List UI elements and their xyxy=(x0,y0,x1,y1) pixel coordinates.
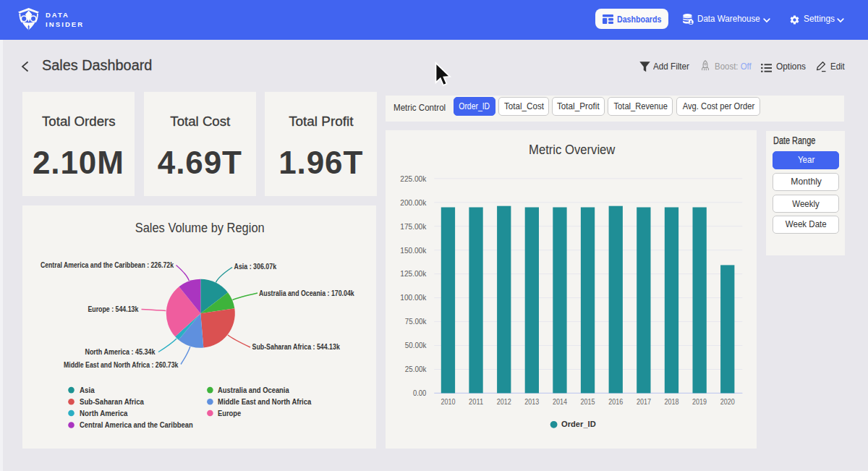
svg-text:Central America and the Caribb: Central America and the Caribbean xyxy=(80,420,193,429)
svg-text:Asia: Asia xyxy=(80,386,95,394)
svg-text:2018: 2018 xyxy=(665,397,679,406)
svg-text:Europe: Europe xyxy=(218,409,241,417)
svg-text:2020: 2020 xyxy=(720,397,735,406)
svg-text:2010: 2010 xyxy=(441,397,456,406)
svg-text:Australia and Oceania : 170.04: Australia and Oceania : 170.04k xyxy=(259,288,354,297)
svg-text:150.00k: 150.00k xyxy=(400,247,427,255)
svg-text:Australia and Oceania: Australia and Oceania xyxy=(218,386,289,394)
svg-text:2017: 2017 xyxy=(637,397,651,406)
svg-text:Sales Volume by Region: Sales Volume by Region xyxy=(135,221,265,235)
svg-text:2015: 2015 xyxy=(581,397,595,406)
svg-text:200.00k: 200.00k xyxy=(400,199,427,207)
svg-text:125.00k: 125.00k xyxy=(400,270,427,278)
svg-text:North America : 45.34k: North America : 45.34k xyxy=(85,347,156,356)
svg-text:Middle East and North Africa: Middle East and North Africa xyxy=(218,397,312,406)
svg-text:Sub-Saharan Africa: Sub-Saharan Africa xyxy=(80,397,145,406)
svg-text:50.00k: 50.00k xyxy=(405,341,427,349)
svg-text:Central America and the Caribb: Central America and the Caribbean : 226.… xyxy=(41,260,174,269)
svg-text:25.00k: 25.00k xyxy=(405,365,427,373)
svg-text:2011: 2011 xyxy=(469,397,483,406)
svg-text:2019: 2019 xyxy=(692,397,707,406)
svg-text:2012: 2012 xyxy=(497,397,511,406)
svg-text:225.00k: 225.00k xyxy=(400,175,427,183)
svg-text:Metric Overview: Metric Overview xyxy=(529,143,616,157)
svg-text:Sub-Saharan Africa : 544.13k: Sub-Saharan Africa : 544.13k xyxy=(252,342,341,351)
svg-text:2014: 2014 xyxy=(553,397,567,406)
svg-text:Order_ID: Order_ID xyxy=(561,420,596,428)
svg-text:North America: North America xyxy=(80,409,128,417)
svg-text:2016: 2016 xyxy=(608,397,623,406)
svg-text:175.00k: 175.00k xyxy=(400,223,427,231)
svg-text:2013: 2013 xyxy=(524,397,539,406)
svg-text:100.00k: 100.00k xyxy=(400,294,427,302)
svg-text:75.00k: 75.00k xyxy=(405,318,427,326)
svg-text:Europe : 544.13k: Europe : 544.13k xyxy=(88,305,140,313)
svg-text:Asia : 306.07k: Asia : 306.07k xyxy=(234,262,277,271)
svg-text:0.00: 0.00 xyxy=(413,389,427,397)
svg-text:Middle East and North Africa :: Middle East and North Africa : 260.73k xyxy=(64,360,179,369)
